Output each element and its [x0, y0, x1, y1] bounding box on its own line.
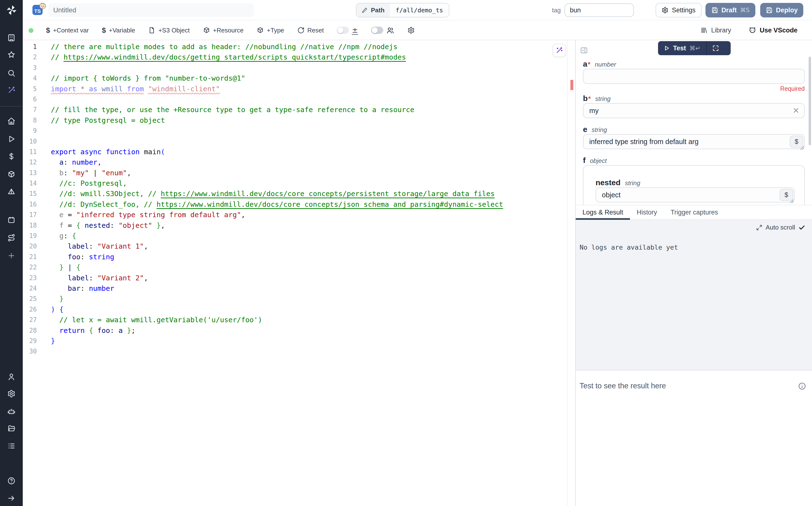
line-number: 26	[23, 304, 37, 315]
capture-run-button[interactable]	[707, 41, 725, 55]
pencil-icon	[362, 7, 367, 13]
field-input-e[interactable]	[583, 134, 805, 149]
run-panel: Test ⌘↵ a*number Required b*string	[576, 40, 812, 506]
field-input-nested[interactable]	[596, 187, 795, 202]
add-type-button[interactable]: +Type	[257, 27, 284, 34]
deploy-button[interactable]: Deploy	[760, 3, 803, 17]
capture-icon	[712, 45, 719, 52]
code-line: 7// fill the type, or use the +Resource …	[23, 105, 575, 115]
reset-button[interactable]: Reset	[297, 27, 324, 34]
line-number: 30	[23, 346, 37, 357]
script-title-input[interactable]	[49, 3, 254, 17]
add-resource-button[interactable]: +Resource	[203, 27, 244, 34]
info-icon[interactable]	[798, 382, 806, 390]
add-s3-object-button[interactable]: +S3 Object	[148, 27, 190, 34]
field-label-f: fobject	[583, 156, 805, 163]
tab-history[interactable]: History	[630, 205, 664, 219]
result-placeholder: Test to see the result here	[579, 382, 666, 390]
sidebar-item-route-icon[interactable]	[0, 232, 23, 244]
collab-toggle[interactable]	[371, 26, 394, 34]
gear-icon	[408, 27, 415, 34]
line-number: 27	[23, 315, 37, 325]
draft-label: Draft	[721, 7, 737, 14]
line-number: 21	[23, 252, 37, 262]
resize-handle-icon[interactable]	[800, 146, 804, 150]
sidebar-item-plus-icon[interactable]	[0, 249, 23, 262]
sidebar-item-folder-icon[interactable]	[0, 422, 23, 435]
form-scrollbar[interactable]	[809, 57, 811, 145]
sidebar-item-search-icon[interactable]	[0, 67, 23, 79]
line-number: 6	[23, 94, 37, 105]
required-error: Required	[583, 85, 805, 92]
toggle-off[interactable]	[337, 27, 349, 34]
code-line: 23 label: "Variant 2",	[23, 273, 575, 283]
add-variable-button[interactable]: $+Variable	[102, 27, 135, 34]
clear-icon[interactable]	[792, 106, 800, 114]
line-number: 12	[23, 157, 37, 168]
plus-minus-icon: ±	[352, 26, 358, 34]
add-context-var-button[interactable]: $+Context var	[46, 27, 89, 34]
test-button-group: Test ⌘↵	[658, 41, 731, 55]
editor-toolbar: $+Context var $+Variable +S3 Object +Res…	[23, 20, 812, 40]
sidebar-item-boxes-icon[interactable]	[0, 168, 23, 181]
field-label-a: a*number	[583, 60, 805, 67]
path-button[interactable]: Path f/all/demo_ts	[356, 3, 449, 17]
sidebar-item-gear-icon[interactable]	[0, 388, 23, 400]
sidebar-item-arrow-right-icon[interactable]	[0, 492, 23, 505]
test-label: Test	[673, 45, 686, 52]
autoscroll-checkbox[interactable]	[798, 224, 805, 231]
save-icon	[711, 7, 718, 14]
code-line: 6	[23, 94, 575, 105]
line-number: 23	[23, 273, 37, 283]
sidebar-item-dollar-icon[interactable]	[0, 150, 23, 163]
sidebar-item-help-icon[interactable]	[0, 475, 23, 487]
line-number: 11	[23, 147, 37, 157]
code-editor[interactable]: 1// there are multiple modes to add as h…	[23, 40, 575, 506]
autoscroll-label: Auto scroll	[766, 224, 795, 231]
deploy-label: Deploy	[776, 7, 798, 14]
sidebar-item-magic-wand-icon[interactable]	[0, 84, 23, 96]
sidebar-item-robot-icon[interactable]	[0, 405, 23, 418]
field-input-a[interactable]	[583, 69, 805, 84]
code-line: 17 e = "inferred type string from defaul…	[23, 210, 575, 220]
sidebar-item-home-icon[interactable]	[0, 115, 23, 128]
test-button[interactable]: Test ⌘↵	[658, 41, 706, 55]
tag-input[interactable]	[564, 3, 634, 17]
ai-wand-button[interactable]	[552, 44, 566, 57]
use-vscode-button[interactable]: Use VScode	[748, 26, 798, 34]
resize-handle-icon[interactable]	[790, 199, 794, 203]
required-marker: *	[588, 95, 591, 103]
code-line: 26) {	[23, 304, 575, 315]
sidebar-item-list-icon[interactable]	[0, 440, 23, 452]
code-line: 19 g: {	[23, 231, 575, 241]
args-form: a*number Required b*string estring $	[576, 55, 812, 205]
sidebar-item-pyramid-icon[interactable]	[0, 185, 23, 198]
editor-settings-button[interactable]	[408, 27, 415, 34]
code-line: 4// import { toWords } from "number-to-w…	[23, 73, 575, 84]
tab-logs-result[interactable]: Logs & Result	[576, 205, 630, 219]
tab-trigger-captures[interactable]: Trigger captures	[664, 205, 725, 219]
collapse-panel-icon[interactable]	[580, 47, 588, 54]
code-line: 12 a: number,	[23, 157, 575, 168]
settings-button[interactable]: Settings	[656, 3, 702, 17]
sidebar-item-user-icon[interactable]	[0, 370, 23, 383]
code-line: 29}	[23, 336, 575, 346]
sidebar-item-building-icon[interactable]	[0, 31, 23, 44]
code-line: 5import * as wmill from "windmill-client…	[23, 84, 575, 94]
package-icon	[203, 27, 210, 34]
draft-button[interactable]: Draft ⌘S	[706, 3, 755, 17]
diff-toggle[interactable]: ±	[337, 26, 358, 34]
windmill-logo-icon[interactable]	[6, 4, 17, 16]
field-input-b[interactable]	[583, 103, 805, 118]
line-number: 3	[23, 63, 37, 73]
line-number: 9	[23, 125, 37, 136]
sidebar-item-calendar-icon[interactable]	[0, 214, 23, 226]
expand-icon[interactable]	[756, 225, 762, 231]
sidebar-item-star-icon[interactable]	[0, 49, 23, 61]
toggle-off[interactable]	[371, 27, 383, 34]
line-number: 22	[23, 262, 37, 273]
sidebar-item-play-icon[interactable]	[0, 133, 23, 145]
library-button[interactable]: Library	[700, 27, 731, 34]
code-line: 3	[23, 63, 575, 73]
code-line: 13 b: "my" | "enum",	[23, 168, 575, 178]
